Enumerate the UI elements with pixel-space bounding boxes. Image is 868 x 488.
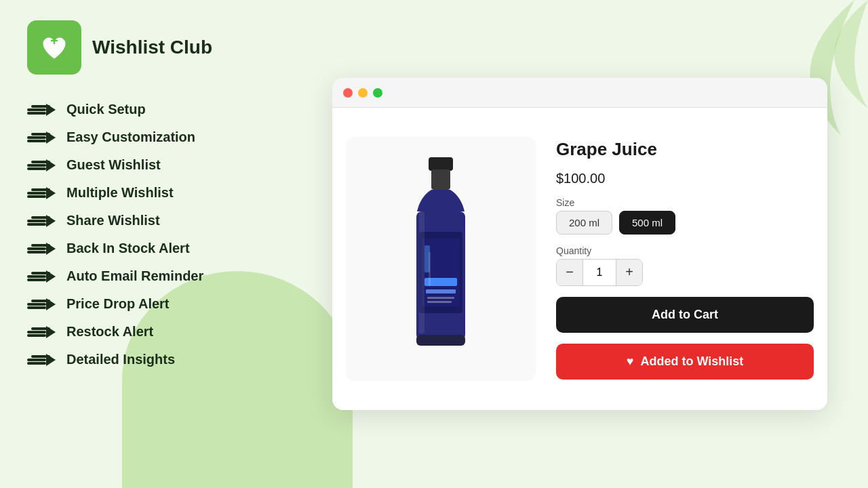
feature-item-share-wishlist: Share Wishlist xyxy=(27,213,292,228)
arrow-icon-2 xyxy=(27,131,56,144)
svg-rect-32 xyxy=(27,306,46,309)
product-image-container xyxy=(346,137,536,381)
svg-rect-12 xyxy=(27,167,46,170)
size-options: 200 ml 500 ml xyxy=(556,211,814,235)
svg-rect-2 xyxy=(27,108,46,111)
quantity-value: 1 xyxy=(583,260,616,285)
product-name: Grape Juice xyxy=(556,139,814,160)
svg-rect-42 xyxy=(429,157,453,171)
feature-label-quick-setup: Quick Setup xyxy=(66,102,146,117)
svg-rect-34 xyxy=(27,331,46,333)
heart-icon: ♥ xyxy=(627,354,634,369)
svg-rect-54 xyxy=(429,252,431,286)
svg-marker-21 xyxy=(46,215,56,227)
svg-rect-4 xyxy=(27,112,46,115)
feature-label-detailed-insights: Detailed Insights xyxy=(66,352,175,367)
svg-rect-36 xyxy=(27,334,46,337)
app-title: Wishlist Club xyxy=(92,37,212,58)
svg-rect-38 xyxy=(27,359,46,361)
svg-marker-41 xyxy=(46,354,56,366)
svg-rect-26 xyxy=(27,275,46,278)
quantity-decrease-button[interactable]: − xyxy=(557,260,583,285)
browser-dot-red[interactable] xyxy=(343,88,353,98)
feature-item-quick-setup: Quick Setup xyxy=(27,102,292,117)
svg-rect-40 xyxy=(27,362,46,365)
arrow-icon-3 xyxy=(27,159,56,171)
feature-item-multiple-wishlist: Multiple Wishlist xyxy=(27,185,292,201)
feature-label-easy-customization: Easy Customization xyxy=(66,129,195,145)
feature-item-auto-email: Auto Email Reminder xyxy=(27,268,292,284)
svg-rect-50 xyxy=(427,297,454,299)
svg-marker-25 xyxy=(46,243,56,255)
feature-label-auto-email: Auto Email Reminder xyxy=(66,268,203,284)
svg-marker-37 xyxy=(46,326,56,338)
wishlist-label: Added to Wishlist xyxy=(640,354,743,369)
svg-rect-24 xyxy=(27,251,46,253)
feature-label-share-wishlist: Share Wishlist xyxy=(66,213,160,228)
svg-marker-17 xyxy=(46,187,56,199)
arrow-icon-9 xyxy=(27,326,56,338)
svg-rect-20 xyxy=(27,223,46,226)
svg-rect-8 xyxy=(27,140,46,142)
arrow-icon-8 xyxy=(27,298,56,310)
left-panel: Wishlist Club Quick Setup Easy Customiza… xyxy=(0,0,319,488)
feature-item-restock-alert: Restock Alert xyxy=(27,324,292,340)
svg-marker-29 xyxy=(46,270,56,283)
add-to-cart-button[interactable]: Add to Cart xyxy=(556,297,814,333)
svg-rect-22 xyxy=(27,247,46,250)
svg-rect-28 xyxy=(27,279,46,281)
browser-dot-yellow[interactable] xyxy=(358,88,368,98)
feature-label-guest-wishlist: Guest Wishlist xyxy=(66,157,161,173)
size-btn-200ml[interactable]: 200 ml xyxy=(556,211,612,235)
svg-rect-16 xyxy=(27,195,46,198)
size-btn-500ml[interactable]: 500 ml xyxy=(619,211,675,235)
feature-item-detailed-insights: Detailed Insights xyxy=(27,352,292,367)
feature-label-restock-alert: Restock Alert xyxy=(66,324,153,340)
product-price: $100.00 xyxy=(556,171,814,186)
arrow-icon-6 xyxy=(27,243,56,255)
arrow-icon-4 xyxy=(27,187,56,199)
logo-icon xyxy=(27,20,81,75)
feature-label-price-drop: Price Drop Alert xyxy=(66,296,170,312)
svg-rect-53 xyxy=(419,211,425,333)
quantity-label: Quantity xyxy=(556,245,814,256)
svg-rect-18 xyxy=(27,220,46,222)
browser-bar xyxy=(332,78,827,108)
feature-item-back-in-stock: Back In Stock Alert xyxy=(27,241,292,256)
feature-item-guest-wishlist: Guest Wishlist xyxy=(27,157,292,173)
browser-content: Grape Juice $100.00 Size 200 ml 500 ml Q… xyxy=(332,108,827,410)
svg-marker-13 xyxy=(46,159,56,171)
arrow-icon-10 xyxy=(27,354,56,366)
feature-label-back-in-stock: Back In Stock Alert xyxy=(66,241,190,256)
svg-rect-49 xyxy=(426,289,456,293)
feature-item-easy-customization: Easy Customization xyxy=(27,129,292,145)
product-image xyxy=(387,150,495,367)
feature-list: Quick Setup Easy Customization Guest Wis… xyxy=(27,102,292,367)
feature-label-multiple-wishlist: Multiple Wishlist xyxy=(66,185,174,201)
svg-marker-5 xyxy=(46,104,56,116)
arrow-icon-7 xyxy=(27,270,56,283)
add-to-wishlist-button[interactable]: ♥ Added to Wishlist xyxy=(556,344,814,380)
browser-dot-green[interactable] xyxy=(373,88,382,98)
svg-rect-6 xyxy=(27,136,46,139)
svg-marker-33 xyxy=(46,298,56,310)
quantity-increase-button[interactable]: + xyxy=(616,260,642,285)
browser-window: Grape Juice $100.00 Size 200 ml 500 ml Q… xyxy=(332,78,827,410)
feature-item-price-drop: Price Drop Alert xyxy=(27,296,292,312)
svg-rect-45 xyxy=(416,335,465,346)
arrow-icon-5 xyxy=(27,215,56,227)
size-label: Size xyxy=(556,197,814,208)
logo-area: Wishlist Club xyxy=(27,20,292,75)
svg-rect-30 xyxy=(27,303,46,306)
svg-rect-10 xyxy=(27,164,46,167)
svg-rect-14 xyxy=(27,192,46,195)
quantity-control: − 1 + xyxy=(556,259,643,286)
svg-rect-51 xyxy=(427,301,452,303)
arrow-icon-1 xyxy=(27,104,56,116)
svg-marker-9 xyxy=(46,131,56,144)
product-details: Grape Juice $100.00 Size 200 ml 500 ml Q… xyxy=(549,139,814,380)
svg-rect-43 xyxy=(431,169,450,190)
